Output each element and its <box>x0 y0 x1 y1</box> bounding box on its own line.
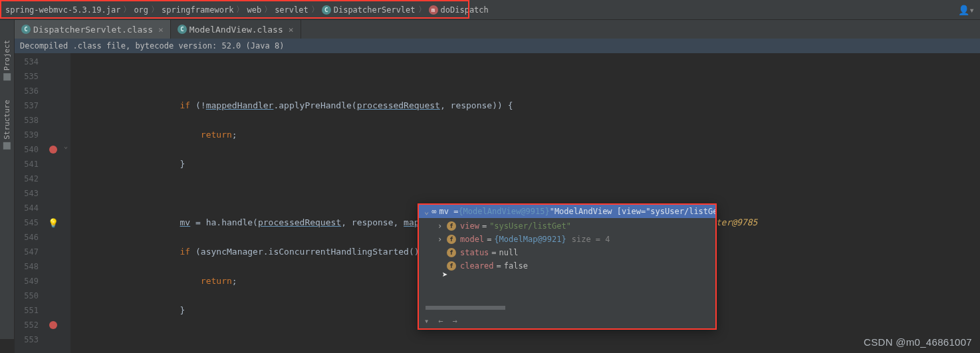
user-icon[interactable]: 👤▾ <box>958 5 975 15</box>
class-icon: C <box>21 25 31 34</box>
breakpoint-icon[interactable] <box>49 146 57 154</box>
tool-window-project[interactable]: Project <box>3 40 11 80</box>
debug-field-status[interactable]: f status= null <box>419 246 715 259</box>
class-icon: C <box>322 5 331 15</box>
debug-evaluate-popup[interactable]: ⌄ ∞ mv = {ModelAndView@9915} "ModelAndVi… <box>418 203 717 330</box>
decompiled-banner: Decompiled .class file, bytecode version… <box>0 39 980 53</box>
code-line: } <box>70 157 980 172</box>
debug-popup-toolbar: ▾ ← → <box>424 316 457 326</box>
line-numbers: 5345355365375385395405415425435445455465… <box>15 53 45 353</box>
class-icon: C <box>178 25 187 34</box>
structure-icon <box>3 142 11 150</box>
crumb-sep-icon: 〉 <box>418 4 426 15</box>
crumb-sep-icon: 〉 <box>151 4 159 15</box>
code-line <box>70 332 980 347</box>
debug-field-model[interactable]: › f model= {ModelMap@9921} size = 4 <box>419 233 715 246</box>
code-line <box>70 69 980 84</box>
debug-field-view[interactable]: › f view= "sysUser/listGet" <box>419 219 715 233</box>
watermark-text: CSDN @m0_46861007 <box>864 336 972 348</box>
close-icon[interactable]: × <box>289 25 294 35</box>
editor-tabs: C DispatcherServlet.class × C ModelAndVi… <box>0 20 980 39</box>
folder-icon <box>3 73 11 80</box>
breakpoint-icon[interactable] <box>49 321 57 329</box>
crumb-sep-icon: 〉 <box>311 4 319 15</box>
crumb-method[interactable]: mdoDispatch <box>429 5 489 15</box>
tab-label: ModelAndView.class <box>189 25 283 35</box>
field-icon: f <box>447 235 456 244</box>
debug-field-cleared[interactable]: f cleared= false <box>419 259 715 273</box>
chevron-right-icon[interactable]: › <box>437 221 447 231</box>
chevron-right-icon[interactable]: › <box>437 235 447 244</box>
crumb-springframework[interactable]: springframework <box>162 5 233 15</box>
debug-popup-body: › f view= "sysUser/listGet" › f model= {… <box>419 218 715 273</box>
close-icon[interactable]: × <box>158 25 164 35</box>
debug-popup-scrollbar[interactable] <box>426 306 505 310</box>
crumb-servlet[interactable]: servlet <box>275 5 308 15</box>
tab-label: DispatcherServlet.class <box>33 25 153 35</box>
breadcrumb: spring-webmvc-5.3.19.jar 〉 org 〉 springf… <box>0 0 980 20</box>
crumb-class[interactable]: CDispatcherServlet <box>322 5 416 15</box>
infinity-icon: ∞ <box>431 207 436 216</box>
tab-modelandview[interactable]: C ModelAndView.class × <box>171 20 301 39</box>
gutter-markers: 💡 <box>45 53 61 353</box>
fold-column: ⌄ <box>61 53 70 353</box>
crumb-sep-icon: 〉 <box>264 4 272 15</box>
method-icon: m <box>429 5 438 15</box>
intention-bulb-icon[interactable]: 💡 <box>48 218 59 228</box>
field-icon: f <box>447 261 456 271</box>
fold-icon[interactable]: ⌄ <box>61 142 70 157</box>
crumb-org[interactable]: org <box>134 5 148 15</box>
filter-icon[interactable]: ▾ <box>424 316 429 326</box>
crumb-jar[interactable]: spring-webmvc-5.3.19.jar <box>5 5 120 15</box>
gutter: 5345355365375385395405415425435445455465… <box>15 53 70 353</box>
code-line <box>70 186 980 201</box>
back-icon[interactable]: ← <box>438 316 443 326</box>
crumb-sep-icon: 〉 <box>236 4 244 15</box>
tab-dispatcher[interactable]: C DispatcherServlet.class × <box>15 20 171 39</box>
tool-window-strip: Project Structure <box>0 20 15 339</box>
code-line: return; <box>70 128 980 142</box>
debug-popup-header[interactable]: ⌄ ∞ mv = {ModelAndView@9915} "ModelAndVi… <box>419 205 715 218</box>
chevron-down-icon[interactable]: ⌄ <box>424 207 429 216</box>
forward-icon[interactable]: → <box>452 316 457 326</box>
tool-window-structure[interactable]: Structure <box>3 100 11 150</box>
field-icon: f <box>447 221 456 231</box>
crumb-sep-icon: 〉 <box>123 4 131 15</box>
field-icon: f <box>447 248 456 257</box>
code-line: if (!mappedHandler.applyPreHandle(proces… <box>70 98 980 113</box>
crumb-web[interactable]: web <box>247 5 261 15</box>
